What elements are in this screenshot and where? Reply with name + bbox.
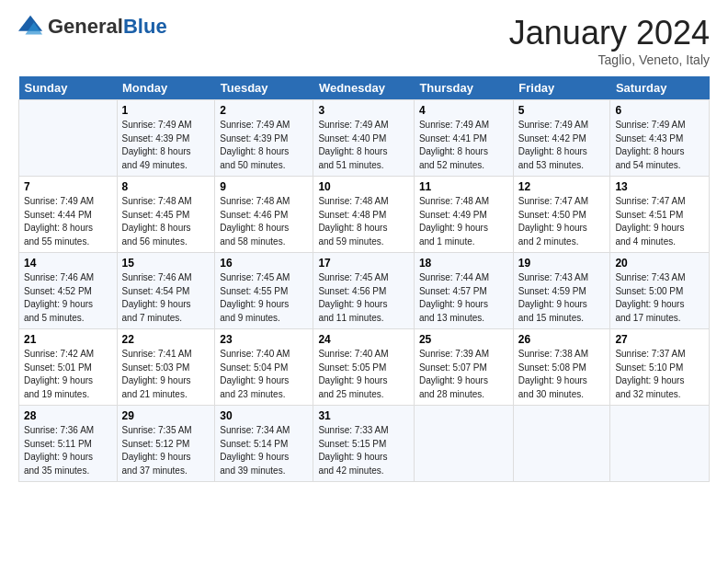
day-number: 30 xyxy=(220,409,308,422)
calendar-cell: 30Sunrise: 7:34 AMSunset: 5:14 PMDayligh… xyxy=(215,406,313,482)
header: GeneralBlue January 2024 Taglio, Veneto,… xyxy=(18,14,710,67)
day-info: Sunrise: 7:39 AMSunset: 5:07 PMDaylight:… xyxy=(419,348,508,401)
day-info: Sunrise: 7:33 AMSunset: 5:15 PMDaylight:… xyxy=(318,424,409,477)
calendar-cell: 20Sunrise: 7:43 AMSunset: 5:00 PMDayligh… xyxy=(610,253,710,329)
day-info: Sunrise: 7:46 AMSunset: 4:54 PMDaylight:… xyxy=(122,271,210,325)
calendar-cell: 6Sunrise: 7:49 AMSunset: 4:43 PMDaylight… xyxy=(610,100,710,177)
day-info: Sunrise: 7:42 AMSunset: 5:01 PMDaylight:… xyxy=(24,348,112,401)
day-info: Sunrise: 7:41 AMSunset: 5:03 PMDaylight:… xyxy=(122,348,210,401)
calendar-cell: 16Sunrise: 7:45 AMSunset: 4:55 PMDayligh… xyxy=(215,253,313,329)
weekday-header-tuesday: Tuesday xyxy=(215,76,313,100)
day-info: Sunrise: 7:45 AMSunset: 4:55 PMDaylight:… xyxy=(220,271,308,325)
location-subtitle: Taglio, Veneto, Italy xyxy=(509,52,710,67)
calendar-cell: 11Sunrise: 7:48 AMSunset: 4:49 PMDayligh… xyxy=(414,177,513,253)
day-number: 15 xyxy=(122,257,210,270)
calendar-cell: 28Sunrise: 7:36 AMSunset: 5:11 PMDayligh… xyxy=(19,406,118,482)
day-number: 4 xyxy=(419,104,508,117)
calendar-cell: 23Sunrise: 7:40 AMSunset: 5:04 PMDayligh… xyxy=(215,329,313,406)
day-info: Sunrise: 7:46 AMSunset: 4:52 PMDaylight:… xyxy=(24,271,112,325)
day-info: Sunrise: 7:37 AMSunset: 5:10 PMDaylight:… xyxy=(615,348,704,401)
day-info: Sunrise: 7:38 AMSunset: 5:08 PMDaylight:… xyxy=(518,348,606,401)
day-info: Sunrise: 7:47 AMSunset: 4:51 PMDaylight:… xyxy=(615,195,704,248)
day-info: Sunrise: 7:49 AMSunset: 4:43 PMDaylight:… xyxy=(615,119,704,172)
calendar-cell: 31Sunrise: 7:33 AMSunset: 5:15 PMDayligh… xyxy=(313,406,415,482)
calendar-cell: 15Sunrise: 7:46 AMSunset: 4:54 PMDayligh… xyxy=(117,253,215,329)
day-number: 27 xyxy=(615,333,704,346)
day-info: Sunrise: 7:49 AMSunset: 4:41 PMDaylight:… xyxy=(419,119,508,172)
calendar-cell xyxy=(414,406,513,482)
day-number: 24 xyxy=(318,333,409,346)
calendar-cell: 21Sunrise: 7:42 AMSunset: 5:01 PMDayligh… xyxy=(19,329,118,406)
day-number: 26 xyxy=(518,333,606,346)
logo-icon xyxy=(18,14,44,40)
calendar-cell: 9Sunrise: 7:48 AMSunset: 4:46 PMDaylight… xyxy=(215,177,313,253)
day-number: 6 xyxy=(615,104,704,117)
calendar-cell: 12Sunrise: 7:47 AMSunset: 4:50 PMDayligh… xyxy=(513,177,610,253)
calendar-cell: 25Sunrise: 7:39 AMSunset: 5:07 PMDayligh… xyxy=(414,329,513,406)
calendar-week-row: 7Sunrise: 7:49 AMSunset: 4:44 PMDaylight… xyxy=(19,177,710,253)
day-number: 8 xyxy=(122,180,210,193)
day-number: 22 xyxy=(122,333,210,346)
day-number: 25 xyxy=(419,333,508,346)
calendar-cell xyxy=(19,100,118,177)
calendar-cell: 5Sunrise: 7:49 AMSunset: 4:42 PMDaylight… xyxy=(513,100,610,177)
day-info: Sunrise: 7:40 AMSunset: 5:05 PMDaylight:… xyxy=(318,348,409,401)
weekday-header-thursday: Thursday xyxy=(414,76,513,100)
day-info: Sunrise: 7:43 AMSunset: 5:00 PMDaylight:… xyxy=(615,271,704,325)
day-number: 31 xyxy=(318,409,409,422)
day-number: 3 xyxy=(318,104,409,117)
day-number: 2 xyxy=(220,104,308,117)
calendar-cell: 4Sunrise: 7:49 AMSunset: 4:41 PMDaylight… xyxy=(414,100,513,177)
day-info: Sunrise: 7:49 AMSunset: 4:39 PMDaylight:… xyxy=(122,119,210,172)
day-number: 19 xyxy=(518,257,606,270)
day-info: Sunrise: 7:35 AMSunset: 5:12 PMDaylight:… xyxy=(122,424,210,477)
calendar-cell xyxy=(513,406,610,482)
day-number: 21 xyxy=(24,333,112,346)
logo-general-text: General xyxy=(48,15,123,38)
day-info: Sunrise: 7:40 AMSunset: 5:04 PMDaylight:… xyxy=(220,348,308,401)
calendar-week-row: 1Sunrise: 7:49 AMSunset: 4:39 PMDaylight… xyxy=(19,100,710,177)
calendar-cell: 22Sunrise: 7:41 AMSunset: 5:03 PMDayligh… xyxy=(117,329,215,406)
day-number: 1 xyxy=(122,104,210,117)
day-info: Sunrise: 7:44 AMSunset: 4:57 PMDaylight:… xyxy=(419,271,508,325)
day-number: 18 xyxy=(419,257,508,270)
day-number: 23 xyxy=(220,333,308,346)
month-title: January 2024 xyxy=(509,14,710,52)
weekday-header-wednesday: Wednesday xyxy=(313,76,415,100)
calendar-cell: 3Sunrise: 7:49 AMSunset: 4:40 PMDaylight… xyxy=(313,100,415,177)
day-info: Sunrise: 7:48 AMSunset: 4:48 PMDaylight:… xyxy=(318,195,409,248)
calendar-cell: 27Sunrise: 7:37 AMSunset: 5:10 PMDayligh… xyxy=(610,329,710,406)
day-info: Sunrise: 7:48 AMSunset: 4:49 PMDaylight:… xyxy=(419,195,508,248)
calendar-cell: 13Sunrise: 7:47 AMSunset: 4:51 PMDayligh… xyxy=(610,177,710,253)
day-info: Sunrise: 7:49 AMSunset: 4:44 PMDaylight:… xyxy=(24,195,112,248)
calendar-cell: 29Sunrise: 7:35 AMSunset: 5:12 PMDayligh… xyxy=(117,406,215,482)
calendar-cell: 10Sunrise: 7:48 AMSunset: 4:48 PMDayligh… xyxy=(313,177,415,253)
calendar-table: SundayMondayTuesdayWednesdayThursdayFrid… xyxy=(18,76,710,482)
calendar-cell: 14Sunrise: 7:46 AMSunset: 4:52 PMDayligh… xyxy=(19,253,118,329)
calendar-cell: 26Sunrise: 7:38 AMSunset: 5:08 PMDayligh… xyxy=(513,329,610,406)
day-number: 20 xyxy=(615,257,704,270)
title-block: January 2024 Taglio, Veneto, Italy xyxy=(509,14,710,67)
day-number: 9 xyxy=(220,180,308,193)
day-number: 28 xyxy=(24,409,112,422)
calendar-cell xyxy=(610,406,710,482)
calendar-cell: 7Sunrise: 7:49 AMSunset: 4:44 PMDaylight… xyxy=(19,177,118,253)
day-number: 10 xyxy=(318,180,409,193)
logo-blue-text: Blue xyxy=(123,15,167,38)
weekday-header-row: SundayMondayTuesdayWednesdayThursdayFrid… xyxy=(19,76,710,100)
calendar-week-row: 21Sunrise: 7:42 AMSunset: 5:01 PMDayligh… xyxy=(19,329,710,406)
day-info: Sunrise: 7:49 AMSunset: 4:40 PMDaylight:… xyxy=(318,119,409,172)
calendar-cell: 8Sunrise: 7:48 AMSunset: 4:45 PMDaylight… xyxy=(117,177,215,253)
weekday-header-sunday: Sunday xyxy=(19,76,118,100)
day-number: 29 xyxy=(122,409,210,422)
day-info: Sunrise: 7:34 AMSunset: 5:14 PMDaylight:… xyxy=(220,424,308,477)
day-info: Sunrise: 7:49 AMSunset: 4:39 PMDaylight:… xyxy=(220,119,308,172)
day-number: 11 xyxy=(419,180,508,193)
day-info: Sunrise: 7:49 AMSunset: 4:42 PMDaylight:… xyxy=(518,119,606,172)
day-info: Sunrise: 7:36 AMSunset: 5:11 PMDaylight:… xyxy=(24,424,112,477)
calendar-week-row: 14Sunrise: 7:46 AMSunset: 4:52 PMDayligh… xyxy=(19,253,710,329)
day-info: Sunrise: 7:48 AMSunset: 4:46 PMDaylight:… xyxy=(220,195,308,248)
day-info: Sunrise: 7:43 AMSunset: 4:59 PMDaylight:… xyxy=(518,271,606,325)
day-info: Sunrise: 7:48 AMSunset: 4:45 PMDaylight:… xyxy=(122,195,210,248)
calendar-cell: 19Sunrise: 7:43 AMSunset: 4:59 PMDayligh… xyxy=(513,253,610,329)
